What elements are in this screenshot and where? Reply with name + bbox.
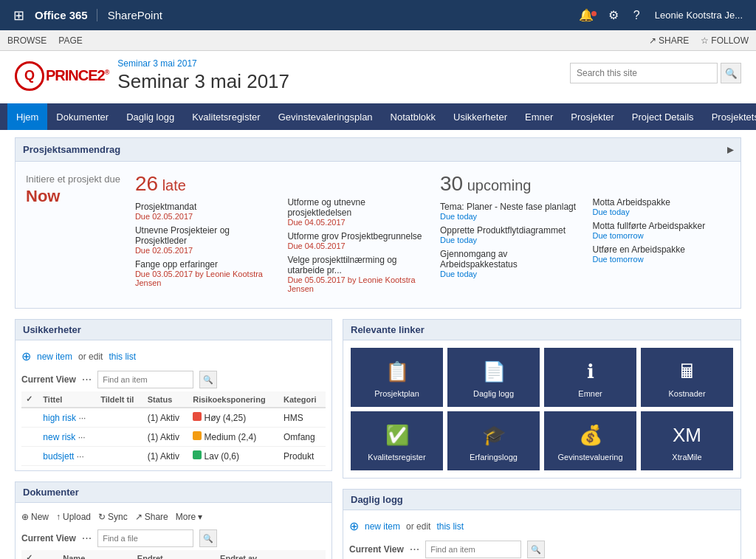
task-item: Utforme og utnevne prosjektledelsen Due …	[287, 197, 425, 227]
nav-item-notatblokk[interactable]: Notatblokk	[382, 103, 444, 130]
nav-item-dagliglogg[interactable]: Daglig logg	[117, 103, 183, 130]
daglig-logg-header: Daglig logg	[343, 489, 741, 510]
nav-item-emner[interactable]: Emner	[516, 103, 562, 130]
dok-search-button[interactable]: 🔍	[199, 529, 217, 547]
row-title[interactable]: budsjett ···	[38, 447, 96, 466]
tile-label: Gevinstevaluering	[557, 453, 622, 462]
dok-search-input[interactable]	[97, 529, 193, 547]
sync-button[interactable]: ↻ Sync	[98, 512, 128, 522]
row-tildelt	[96, 408, 142, 428]
share-button[interactable]: ↗ Share	[135, 512, 168, 522]
nav-item-gevinstevaleringsplan[interactable]: Gevinstevaleringsplan	[269, 103, 382, 130]
top-bar: ⊞ Office 365 SharePoint 🔔 ⚙ ? Leonie Koo…	[0, 0, 756, 30]
col-right: Relevante linker 📋Prosjektplan📄Daglig lo…	[343, 319, 741, 559]
dokumenter-header: Dokumenter	[15, 481, 332, 503]
link-tile-daglig-logg[interactable]: 📄Daglig logg	[447, 348, 540, 407]
user-name[interactable]: Leonie Kootstra Je...	[647, 10, 750, 21]
logo-area: Q PRINCE2® Seminar 3 mai 2017 Seminar 3 …	[15, 58, 289, 93]
usik-search-input[interactable]	[97, 371, 193, 388]
new-button[interactable]: ⊕ New	[21, 512, 49, 522]
tile-label: Emner	[578, 389, 602, 398]
row-title[interactable]: high risk ···	[38, 408, 96, 428]
nav-item-dokumenter[interactable]: Dokumenter	[47, 103, 117, 130]
table-row: budsjett ··· (1) Aktiv Lav (0,6) Produkt	[21, 447, 326, 466]
relevante-linker-header: Relevante linker	[343, 319, 741, 340]
tile-label: Prosjektplan	[374, 389, 419, 398]
grid-icon[interactable]: ⊞	[6, 7, 32, 24]
nav-item-usikkerheter[interactable]: Usikkerheter	[444, 103, 516, 130]
task-item: Motta fullførte Arbeidspakker Due tomorr…	[593, 221, 731, 240]
link-tile-kostnader[interactable]: 🖩Kostnader	[641, 348, 733, 407]
row-risiko: Høy (4,25)	[188, 408, 279, 428]
nav-item-kvalitetsregister[interactable]: Kvalitetsregister	[183, 103, 269, 130]
search-input[interactable]	[570, 63, 718, 83]
row-check	[21, 408, 38, 428]
share-button[interactable]: ↗ SHARE	[649, 35, 689, 46]
link-tile-xtramile[interactable]: XMXtraMile	[641, 411, 733, 470]
tile-icon: ℹ	[587, 360, 594, 383]
app-name[interactable]: Office 365	[32, 9, 97, 21]
toggle-icon[interactable]: ▸	[727, 143, 733, 157]
tile-label: XtraMile	[672, 453, 701, 462]
row-kategori: Omfang	[279, 428, 326, 447]
link-tile-prosjektplan[interactable]: 📋Prosjektplan	[351, 348, 443, 407]
nav-item-hjem[interactable]: Hjem	[7, 103, 47, 130]
new-item-plus[interactable]: ⊕	[21, 349, 31, 363]
nav-item-projectdetails[interactable]: Project Details	[623, 103, 703, 130]
task-item: Motta Arbeidspakke Due today	[593, 197, 731, 216]
daglig-logg-body: ⊕ new item or edit this list Current Vie…	[343, 510, 741, 559]
daglig-new-item-label[interactable]: new item	[365, 521, 400, 532]
view-toolbar-usik: Current View ··· 🔍	[21, 368, 326, 391]
usik-search-button[interactable]: 🔍	[199, 371, 217, 388]
table-row: high risk ··· (1) Aktiv Høy (4,25) HMS	[21, 408, 326, 428]
daglig-or-label: or edit	[406, 521, 430, 532]
dokumenter-body: ⊕ New ↑ Upload ↻ Sync ↗ Share More ▾ Cur…	[15, 503, 332, 559]
daglig-search-input[interactable]	[425, 541, 521, 558]
view-dots[interactable]: ···	[82, 373, 92, 386]
row-title[interactable]: new risk ···	[38, 428, 96, 447]
daglig-view-dots[interactable]: ···	[410, 543, 419, 556]
nav-item-prosjekter[interactable]: Prosjekter	[562, 103, 623, 130]
row-kategori: Produkt	[279, 447, 326, 466]
search-button[interactable]: 🔍	[721, 63, 741, 83]
page-subtitle: Seminar 3 mai 2017	[117, 58, 289, 69]
link-tile-erfaringslogg[interactable]: 🎓Erfaringslogg	[447, 411, 540, 470]
follow-button[interactable]: ☆ FOLLOW	[701, 35, 749, 46]
tile-icon: 📋	[385, 360, 409, 383]
link-tile-gevinstevaluering[interactable]: 💰Gevinstevaluering	[544, 411, 636, 470]
dok-col-check: ✓	[21, 550, 58, 559]
row-tildelt	[96, 447, 142, 466]
tile-icon: XM	[673, 424, 701, 447]
help-icon[interactable]: ?	[626, 9, 647, 22]
daglig-this-list-link[interactable]: this list	[436, 521, 464, 532]
daglig-new-plus[interactable]: ⊕	[349, 519, 359, 533]
site-name[interactable]: SharePoint	[97, 9, 173, 21]
gear-icon[interactable]: ⚙	[601, 8, 626, 22]
link-tile-emner[interactable]: ℹEmner	[544, 348, 636, 407]
bell-icon[interactable]: 🔔	[571, 8, 601, 22]
nav-item-prosjektetsinteressenter[interactable]: Prosjektets interessenter	[703, 103, 756, 130]
new-item-label[interactable]: new item	[37, 351, 72, 362]
more-button[interactable]: More ▾	[176, 512, 202, 522]
dok-view-dots[interactable]: ···	[82, 532, 92, 545]
dok-col-endret: Endret	[133, 550, 216, 559]
daglig-current-view-label: Current View	[349, 544, 404, 555]
project-summary-content: Initiere et prosjekt due Now 26 late Pro…	[15, 162, 741, 309]
upload-button[interactable]: ↑ Upload	[56, 512, 91, 522]
row-status: (1) Aktiv	[143, 408, 189, 428]
dokumenter-section: Dokumenter ⊕ New ↑ Upload ↻ Sync ↗ Share…	[15, 481, 332, 559]
or-label: or edit	[78, 351, 103, 362]
ribbon-browse[interactable]: BROWSE	[7, 35, 47, 46]
this-list-link[interactable]: this list	[109, 351, 136, 362]
links-grid: 📋Prosjektplan📄Daglig loggℹEmner🖩Kostnade…	[343, 340, 741, 479]
ribbon-page[interactable]: PAGE	[58, 35, 82, 46]
row-status: (1) Aktiv	[143, 428, 189, 447]
link-tile-kvalitetsregister[interactable]: ✅Kvalitetsregister	[351, 411, 443, 470]
dokumenter-toolbar: ⊕ New ↑ Upload ↻ Sync ↗ Share More ▾	[21, 507, 326, 527]
ribbon-bar: BROWSE PAGE ↗ SHARE ☆ FOLLOW	[0, 30, 756, 51]
ps-col3: Utforme og utnevne prosjektledelsen Due …	[287, 172, 425, 298]
tile-label: Daglig logg	[473, 389, 514, 398]
task-item: Fange opp erfaringer Due 03.05.2017 by L…	[135, 259, 273, 287]
view-toolbar-daglig: Current View ··· 🔍	[349, 538, 735, 559]
daglig-search-button[interactable]: 🔍	[527, 541, 545, 558]
